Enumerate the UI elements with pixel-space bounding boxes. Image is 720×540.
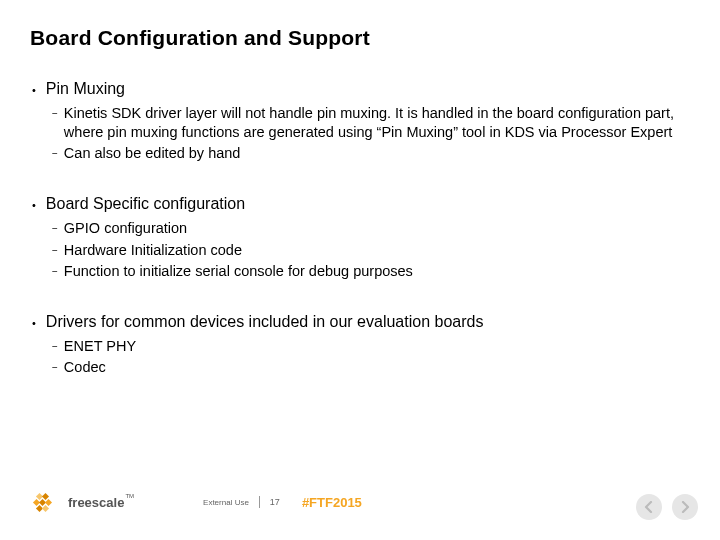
bullet-item: • Pin Muxing − Kinetis SDK driver layer … [30,78,690,163]
content-area: • Pin Muxing − Kinetis SDK driver layer … [30,78,690,377]
dash-icon: − [52,147,58,161]
dash-icon: − [52,244,58,258]
sub-item: − GPIO configuration [52,219,690,238]
freescale-logo-icon [30,490,62,514]
sub-list: − GPIO configuration − Hardware Initiali… [30,219,690,280]
sub-text: GPIO configuration [64,219,187,238]
chevron-right-icon [680,501,690,513]
sub-text: Hardware Initialization code [64,241,242,260]
sub-text: Kinetis SDK driver layer will not handle… [64,104,690,142]
bullet-dot-icon: • [30,313,36,333]
bullet-dot-icon: • [30,195,36,215]
sub-list: − Kinetis SDK driver layer will not hand… [30,104,690,163]
chevron-left-icon [644,501,654,513]
sub-item: − Function to initialize serial console … [52,262,690,281]
prev-button[interactable] [636,494,662,520]
bullet-dot-icon: • [30,80,36,100]
page-number: 17 [270,497,280,507]
sub-text: Can also be edited by hand [64,144,241,163]
dash-icon: − [52,361,58,375]
brand-logo: freescale TM [30,490,133,514]
sub-item: − Can also be edited by hand [52,144,690,163]
sub-item: − Kinetis SDK driver layer will not hand… [52,104,690,142]
svg-rect-2 [45,499,52,506]
footer: freescale TM External Use 17 #FTF2015 [0,484,720,520]
sub-list: − ENET PHY − Codec [30,337,690,377]
bullet-title: Drivers for common devices included in o… [46,311,484,333]
trademark-icon: TM [125,493,134,499]
bullet-head: • Pin Muxing [30,78,690,100]
svg-rect-4 [42,493,49,500]
sub-item: − Codec [52,358,690,377]
dash-icon: − [52,107,58,121]
sub-text: ENET PHY [64,337,136,356]
hashtag-label: #FTF2015 [302,495,362,510]
external-use-label: External Use [203,498,249,507]
bullet-item: • Drivers for common devices included in… [30,311,690,377]
dash-icon: − [52,340,58,354]
bullet-head: • Board Specific configuration [30,193,690,215]
dash-icon: − [52,222,58,236]
sub-text: Codec [64,358,106,377]
bullet-item: • Board Specific configuration − GPIO co… [30,193,690,280]
page-title: Board Configuration and Support [30,26,690,50]
next-button[interactable] [672,494,698,520]
sub-text: Function to initialize serial console fo… [64,262,413,281]
sub-item: − ENET PHY [52,337,690,356]
dash-icon: − [52,265,58,279]
svg-rect-6 [42,505,49,512]
bullet-title: Board Specific configuration [46,193,245,215]
sub-item: − Hardware Initialization code [52,241,690,260]
bullet-title: Pin Muxing [46,78,125,100]
brand-name: freescale [68,495,124,510]
divider [259,496,260,508]
nav-controls [636,494,698,520]
slide: Board Configuration and Support • Pin Mu… [0,0,720,540]
bullet-head: • Drivers for common devices included in… [30,311,690,333]
